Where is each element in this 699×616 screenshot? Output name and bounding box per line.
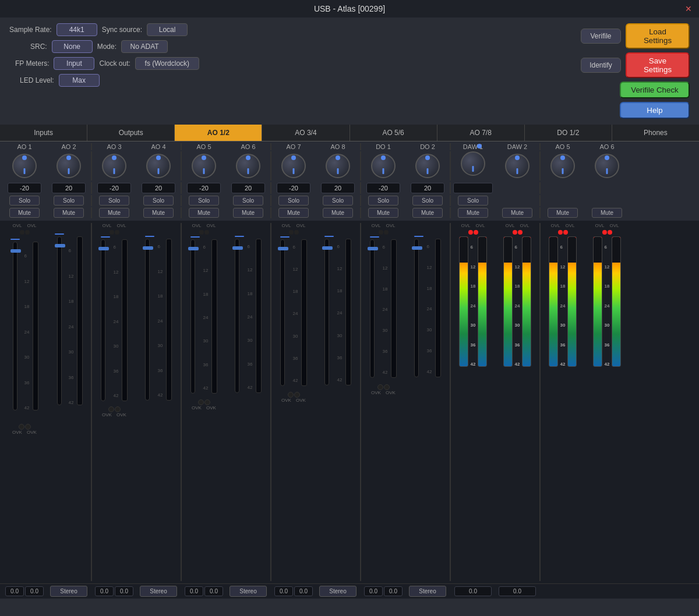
sync-source-btn[interactable]: Local — [147, 23, 188, 36]
tab-outputs[interactable]: Outputs — [87, 125, 175, 141]
knob-ao3[interactable] — [102, 154, 126, 178]
tab-do12[interactable]: DO 1/2 — [525, 125, 612, 141]
fader-track-ao5[interactable] — [190, 239, 195, 394]
solo-do1[interactable]: Solo — [368, 196, 398, 206]
led-level-label: LED Level: — [9, 76, 54, 84]
ch-name-ao5: AO 5 — [182, 143, 226, 150]
main-layout: USB - Atlas [00299] ✕ Sample Rate: 44k1 … — [0, 0, 699, 599]
fader-track-ao6[interactable] — [235, 239, 239, 393]
mute-ao6r[interactable]: Mute — [592, 208, 622, 218]
solo-ao6[interactable]: Solo — [233, 196, 263, 206]
mute-ao4[interactable]: Mute — [143, 208, 174, 218]
tab-ao12[interactable]: AO 1/2 — [175, 125, 262, 141]
mute-ao2[interactable]: Mute — [54, 208, 84, 218]
meter-ao2 — [77, 236, 83, 405]
tab-inputs[interactable]: Inputs — [0, 125, 87, 141]
solo-ao5[interactable]: Solo — [189, 196, 219, 206]
val-ao5: -20 — [187, 183, 221, 193]
knob-ao6[interactable] — [236, 154, 260, 178]
colored-meter-daw2b — [522, 236, 531, 367]
knob-ao5r[interactable] — [550, 154, 575, 178]
mute-ao5[interactable]: Mute — [189, 208, 219, 218]
identify-btn[interactable]: Identify — [581, 58, 621, 73]
mode-btn[interactable]: No ADAT — [121, 40, 168, 53]
mute-ao8[interactable]: Mute — [323, 208, 353, 218]
title-bar: USB - Atlas [00299] ✕ — [0, 0, 699, 17]
stereo-ao34[interactable]: Stereo — [140, 586, 177, 597]
mute-ao6[interactable]: Mute — [233, 208, 263, 218]
tab-ao34[interactable]: AO 3/4 — [262, 125, 350, 141]
fader-handle-ao1[interactable] — [10, 249, 21, 253]
knob-ao1[interactable] — [12, 154, 37, 178]
fader-handle-ao2[interactable] — [55, 244, 65, 247]
solo-do2[interactable]: Solo — [412, 196, 443, 206]
knob-do1[interactable] — [371, 154, 396, 178]
solo-ao4[interactable]: Solo — [143, 196, 174, 206]
stereo-ao12[interactable]: Stereo — [50, 586, 87, 597]
bottom-val-do1b: 0.0 — [384, 586, 403, 596]
knob-row — [0, 150, 699, 182]
mute-daw1[interactable]: Mute — [458, 208, 488, 218]
fader-track-ao1[interactable] — [13, 242, 17, 410]
stereo-do12[interactable]: Stereo — [409, 586, 446, 597]
mute-ao1[interactable]: Mute — [9, 208, 40, 218]
knob-ao8[interactable] — [326, 154, 350, 178]
mute-do1[interactable]: Mute — [368, 208, 398, 218]
fp-meters-btn[interactable]: Input — [54, 57, 94, 70]
mute-do2[interactable]: Mute — [412, 208, 443, 218]
value-row: -20 20 -20 20 -20 20 -20 20 -20 20 — [0, 182, 699, 194]
fader-col-ao8: 6121824303642 — [316, 223, 360, 581]
tab-ao56[interactable]: AO 5/6 — [350, 125, 437, 141]
knob-ao7[interactable] — [281, 154, 306, 178]
solo-row: Solo Solo Solo Solo Solo Solo Solo Solo … — [0, 194, 699, 207]
fader-col-daw2: OVL OVL 6121824303642 — [495, 223, 539, 581]
mute-ao3[interactable]: Mute — [99, 208, 129, 218]
solo-daw1[interactable]: Solo — [458, 196, 488, 206]
stereo-ao56[interactable]: Stereo — [230, 586, 267, 597]
verifile-check-btn[interactable]: Verifile Check — [620, 82, 690, 98]
solo-ao1[interactable]: Solo — [9, 196, 40, 206]
channel-names-row: AO 1 AO 2 AO 3 AO 4 AO 5 AO 6 AO 7 AO 8 … — [0, 141, 699, 150]
knob-daw2[interactable] — [505, 154, 529, 178]
close-button[interactable]: ✕ — [685, 4, 692, 13]
verifile-btn[interactable]: Verifile — [581, 29, 621, 44]
tab-ao78[interactable]: AO 7/8 — [437, 125, 525, 141]
knob-do2[interactable] — [415, 154, 440, 178]
src-btn[interactable]: None — [52, 40, 93, 53]
solo-ao7[interactable]: Solo — [278, 196, 309, 206]
sample-rate-btn[interactable]: 44k1 — [57, 23, 97, 36]
knob-ao5[interactable] — [192, 154, 216, 178]
led-level-btn[interactable]: Max — [59, 74, 100, 87]
clock-out-label: Clock out: — [99, 59, 130, 68]
solo-ao8[interactable]: Solo — [323, 196, 353, 206]
ovl-led-ao1 — [20, 230, 24, 235]
fader-track-ao4[interactable] — [145, 239, 150, 401]
knob-daw1[interactable] — [461, 151, 485, 176]
clock-out-btn[interactable]: fs (Wordclock) — [135, 57, 199, 70]
solo-ao3[interactable]: Solo — [99, 196, 129, 206]
fader-section: OVL OVL 6 — [0, 221, 699, 583]
stereo-ao78[interactable]: Stereo — [319, 586, 356, 597]
scale-24: 24 — [24, 330, 30, 335]
ch-name-ao2: AO 2 — [47, 143, 91, 150]
fader-track-ao3[interactable] — [101, 239, 105, 401]
fp-meters-label: FP Meters: — [9, 59, 49, 68]
help-btn[interactable]: Help — [620, 102, 690, 119]
ch-name-ao5r: AO 5 — [541, 143, 585, 150]
save-settings-btn[interactable]: Save Settings — [626, 52, 690, 78]
knob-ao2[interactable] — [57, 154, 81, 178]
fader-col-do2: 6121824303642 — [405, 223, 450, 581]
mute-ao7[interactable]: Mute — [278, 208, 309, 218]
fader-track-ao2[interactable] — [57, 236, 62, 405]
solo-ao2[interactable]: Solo — [54, 196, 84, 206]
tab-phones[interactable]: Phones — [612, 125, 699, 141]
fader-col-ao3: OVL OVL 6121824303642 — [92, 223, 136, 581]
knob-ao4[interactable] — [146, 154, 171, 178]
scale-6: 6 — [24, 253, 30, 259]
mute-daw2[interactable]: Mute — [502, 208, 532, 218]
ch-name-daw1: DAW 1 — [451, 143, 495, 150]
mute-ao5r[interactable]: Mute — [548, 208, 578, 218]
bottom-val-daw2: 0.0 — [499, 586, 536, 596]
load-settings-btn[interactable]: Load Settings — [626, 23, 690, 49]
knob-ao6r[interactable] — [595, 154, 619, 178]
